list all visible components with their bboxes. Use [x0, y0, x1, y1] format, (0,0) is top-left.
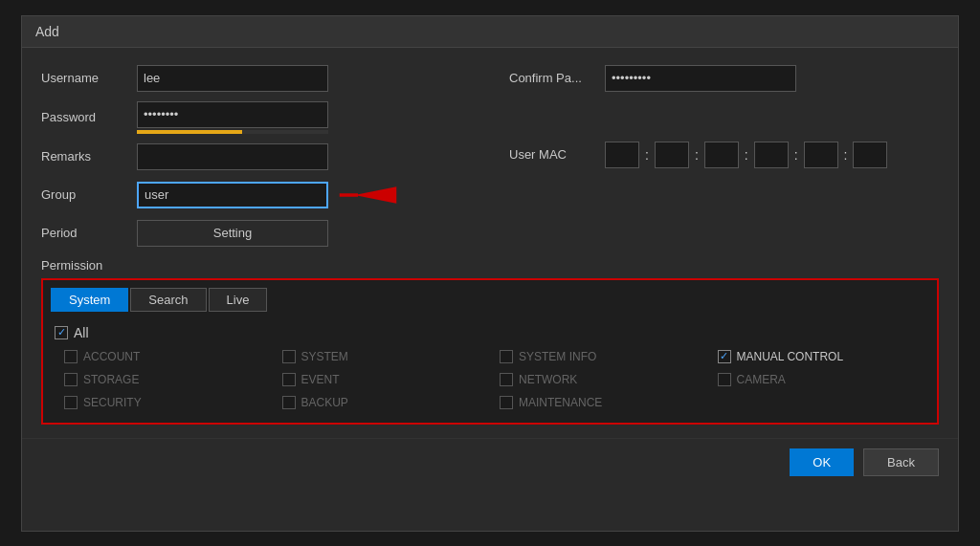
dialog-footer: OK Back: [22, 438, 958, 486]
all-label: All: [74, 325, 89, 340]
left-column: Username Password Remarks: [41, 63, 471, 249]
mac-sep-3: :: [745, 147, 748, 163]
perm-item-backup: BACKUP: [282, 396, 481, 409]
password-row: Password: [41, 101, 471, 134]
maintenance-checkbox[interactable]: [500, 396, 513, 409]
system-info-checkbox[interactable]: [500, 350, 513, 363]
username-row: Username: [41, 63, 471, 94]
svg-rect-1: [340, 193, 358, 197]
setting-button[interactable]: Setting: [137, 220, 328, 247]
dialog-body: Username Password Remarks: [22, 48, 958, 434]
permission-tabs: System Search Live: [51, 288, 929, 312]
group-input-wrap: [137, 182, 328, 208]
period-row: Period Setting: [41, 218, 471, 249]
ok-button[interactable]: OK: [790, 448, 854, 476]
manual-control-label: MANUAL CONTROL: [737, 350, 844, 363]
network-label: NETWORK: [519, 373, 577, 386]
security-checkbox[interactable]: [64, 396, 78, 409]
mac-field-3[interactable]: [704, 142, 739, 168]
permission-label: Permission: [41, 258, 939, 273]
group-input[interactable]: [137, 182, 328, 208]
permission-box: System Search Live All: [41, 278, 939, 425]
tab-search[interactable]: Search: [130, 288, 206, 312]
username-label: Username: [41, 71, 127, 85]
mac-field-6[interactable]: [853, 142, 887, 168]
right-column: Confirm Pa... User MAC : : :: [509, 63, 939, 249]
mac-sep-4: :: [794, 147, 798, 163]
manual-control-checkbox[interactable]: [718, 350, 731, 363]
perm-item-security: SECURITY: [64, 396, 263, 409]
perm-item-manual-control: MANUAL CONTROL: [718, 350, 917, 363]
add-dialog: Add Username Password: [21, 15, 959, 532]
backup-label: BACKUP: [301, 396, 348, 409]
username-input[interactable]: [137, 65, 328, 92]
all-checkbox[interactable]: [55, 326, 68, 339]
permission-content: All ACCOUNT SYSTEM: [51, 319, 929, 415]
mac-sep-2: :: [695, 147, 699, 163]
system-info-label: SYSTEM INFO: [519, 350, 596, 363]
spacer-row: [509, 101, 939, 132]
confirm-password-row: Confirm Pa...: [509, 63, 939, 94]
all-row: All: [55, 325, 925, 340]
system-label: SYSTEM: [301, 350, 348, 363]
tab-live[interactable]: Live: [209, 288, 268, 312]
permission-section: Permission System Search Live All: [41, 258, 939, 425]
perm-item-network: NETWORK: [500, 373, 699, 386]
network-checkbox[interactable]: [500, 373, 513, 386]
mac-field-5[interactable]: [804, 142, 838, 168]
perm-item-maintenance: MAINTENANCE: [500, 396, 699, 409]
arrow-indicator: [338, 181, 405, 209]
arrow-icon: [338, 181, 405, 209]
storage-checkbox[interactable]: [64, 373, 78, 386]
backup-checkbox[interactable]: [282, 396, 296, 409]
form-grid: Username Password Remarks: [41, 63, 939, 249]
perm-item-camera: CAMERA: [718, 373, 917, 386]
camera-checkbox[interactable]: [718, 373, 731, 386]
tab-system[interactable]: System: [51, 288, 128, 312]
confirm-password-input[interactable]: [605, 65, 796, 92]
permission-grid: ACCOUNT SYSTEM SYSTEM INFO MANUAL C: [55, 350, 925, 409]
storage-label: STORAGE: [83, 373, 139, 386]
mac-fields: : : : : :: [605, 142, 887, 168]
perm-item-system-info: SYSTEM INFO: [500, 350, 699, 363]
account-label: ACCOUNT: [83, 350, 140, 363]
user-mac-row: User MAC : : : : :: [509, 140, 939, 170]
group-row: Group: [41, 180, 471, 210]
perm-item-storage: STORAGE: [64, 373, 263, 386]
svg-marker-0: [355, 186, 397, 204]
period-label: Period: [41, 226, 127, 240]
user-mac-label: User MAC: [509, 147, 595, 162]
group-label: Group: [41, 187, 127, 202]
remarks-label: Remarks: [41, 149, 127, 164]
mac-sep-1: :: [645, 147, 649, 163]
perm-item-event: EVENT: [282, 373, 481, 386]
account-checkbox[interactable]: [64, 350, 78, 363]
back-button[interactable]: Back: [863, 448, 939, 476]
camera-label: CAMERA: [737, 373, 786, 386]
password-strength-fill: [137, 130, 242, 134]
perm-item-system: SYSTEM: [282, 350, 481, 363]
mac-sep-5: :: [844, 147, 848, 163]
password-input[interactable]: [137, 101, 328, 128]
password-strength-bar: [137, 130, 328, 134]
maintenance-label: MAINTENANCE: [519, 396, 602, 409]
event-label: EVENT: [301, 373, 340, 386]
mac-field-4[interactable]: [754, 142, 789, 168]
password-wrap: [137, 101, 328, 134]
password-label: Password: [41, 110, 127, 124]
mac-field-1[interactable]: [605, 142, 639, 168]
perm-item-account: ACCOUNT: [64, 350, 263, 363]
remarks-input[interactable]: [137, 143, 328, 170]
confirm-password-label: Confirm Pa...: [509, 71, 595, 85]
dialog-title: Add: [22, 16, 958, 48]
security-label: SECURITY: [83, 396, 142, 409]
remarks-row: Remarks: [41, 142, 471, 172]
event-checkbox[interactable]: [282, 373, 296, 386]
system-checkbox[interactable]: [282, 350, 296, 363]
mac-field-2[interactable]: [655, 142, 689, 168]
